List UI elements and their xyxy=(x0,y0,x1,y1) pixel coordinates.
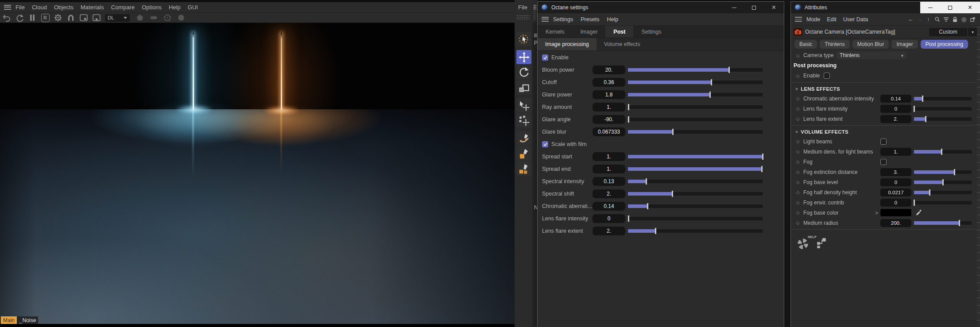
slider[interactable] xyxy=(914,181,972,184)
value-field[interactable]: 0.36 xyxy=(593,78,625,87)
viewport-tab-noise[interactable]: Noise xyxy=(17,316,38,324)
menu-item-cloud[interactable]: Cloud xyxy=(32,4,47,11)
filter-icon[interactable] xyxy=(943,17,949,22)
render-view-icon[interactable]: R xyxy=(41,14,50,22)
value-field[interactable]: 2. xyxy=(880,115,911,123)
slider-handle[interactable] xyxy=(922,96,923,102)
octane-menu-help[interactable]: Help xyxy=(607,16,619,23)
slider-handle[interactable] xyxy=(628,116,629,123)
menu-item-help[interactable]: Help xyxy=(169,4,181,11)
octane-tab-kernels[interactable]: Kernels xyxy=(538,26,572,38)
value-field[interactable]: 0.14 xyxy=(880,95,911,103)
slider-handle[interactable] xyxy=(762,154,763,160)
palette-drag-handle[interactable] xyxy=(533,4,537,20)
value-field[interactable]: 1. xyxy=(880,148,911,156)
slider-handle[interactable] xyxy=(914,200,915,206)
hamburger-menu-icon[interactable] xyxy=(534,34,538,37)
checkbox[interactable] xyxy=(880,138,887,145)
value-field[interactable]: 0.067333 xyxy=(593,127,625,136)
value-field[interactable]: 0 xyxy=(593,214,625,223)
value-field[interactable]: 20. xyxy=(593,65,625,74)
value-field[interactable]: 0.14 xyxy=(593,202,625,211)
new-window-icon[interactable] xyxy=(970,16,976,23)
slider-handle[interactable] xyxy=(942,179,944,185)
slider-handle[interactable] xyxy=(954,169,955,175)
expand-arrow-icon[interactable] xyxy=(875,210,878,215)
octane-logo-icon[interactable]: HELP xyxy=(796,237,810,250)
display-mode-dropdown[interactable]: DL xyxy=(105,14,130,22)
minimize-button[interactable] xyxy=(724,2,744,13)
value-field[interactable]: 1. xyxy=(593,165,625,173)
dock-menu-file[interactable]: File xyxy=(518,4,527,11)
rotate-tool[interactable] xyxy=(516,65,531,79)
attributes-menu-edit[interactable]: Edit xyxy=(827,16,837,23)
minimize-button[interactable] xyxy=(920,2,940,13)
octane-tab-settings[interactable]: Settings xyxy=(633,26,669,38)
section-header-volume-effects[interactable]: VOLUME EFFECTS xyxy=(791,127,980,136)
value-field[interactable]: 0 xyxy=(880,105,911,113)
octane-menu-presets[interactable]: Presets xyxy=(581,16,599,23)
attributes-titlebar[interactable]: Attributes xyxy=(791,2,980,13)
points-move-tool[interactable] xyxy=(516,113,531,127)
close-button[interactable] xyxy=(764,2,784,13)
slider-handle[interactable] xyxy=(728,67,730,73)
menu-item-gui[interactable]: GUI xyxy=(188,4,198,11)
slider-handle[interactable] xyxy=(628,104,629,110)
checkbox[interactable] xyxy=(542,54,548,61)
slider[interactable] xyxy=(628,155,763,158)
spline-pen-tool[interactable] xyxy=(516,131,531,146)
attr-tab-imager[interactable]: Imager xyxy=(891,40,918,49)
slider[interactable] xyxy=(628,167,763,171)
slider[interactable] xyxy=(914,221,972,225)
menu-item-materials[interactable]: Materials xyxy=(81,4,104,11)
attributes-menu-user-data[interactable]: User Data xyxy=(843,16,868,23)
slider[interactable] xyxy=(914,191,972,194)
render-region-icon[interactable] xyxy=(79,13,89,22)
selection-move-tool[interactable] xyxy=(516,98,531,112)
slider-handle[interactable] xyxy=(709,92,711,98)
menu-item-objects[interactable]: Objects xyxy=(54,4,74,11)
slider[interactable] xyxy=(628,118,763,121)
menu-item-compare[interactable]: Compare xyxy=(111,4,135,11)
slider[interactable] xyxy=(628,204,763,208)
value-field[interactable]: 3. xyxy=(880,168,911,176)
slider[interactable] xyxy=(628,229,763,233)
live-selection-tool[interactable] xyxy=(516,32,531,46)
value-field[interactable]: 0 xyxy=(880,178,911,186)
target-icon[interactable]: ◎ xyxy=(961,16,967,23)
chevron-down-icon[interactable] xyxy=(968,28,977,36)
value-field[interactable]: 1. xyxy=(593,152,625,161)
value-field[interactable]: 0.0217 xyxy=(880,189,911,196)
preset-dropdown[interactable]: Custom xyxy=(929,28,977,36)
redo-icon[interactable] xyxy=(15,13,24,22)
slider[interactable] xyxy=(914,97,972,100)
menu-item-file[interactable]: File xyxy=(15,4,25,11)
slider-handle[interactable] xyxy=(672,191,673,197)
attr-tab-motion-blur[interactable]: Motion Blur xyxy=(852,40,889,49)
checkbox[interactable] xyxy=(880,159,887,165)
value-field[interactable]: 1.8 xyxy=(593,90,625,99)
slider[interactable] xyxy=(628,217,763,220)
scale-tool[interactable] xyxy=(516,80,531,94)
slider[interactable] xyxy=(628,93,763,96)
volume-pen-tool[interactable] xyxy=(516,162,531,176)
octane-titlebar[interactable]: Octane settings xyxy=(538,2,784,13)
menu-item-options[interactable]: Options xyxy=(142,4,162,11)
slider-handle[interactable] xyxy=(941,149,942,155)
checkbox[interactable] xyxy=(824,73,830,79)
slider-handle[interactable] xyxy=(959,220,960,226)
octane-tab-post[interactable]: Post xyxy=(605,26,633,38)
slider[interactable] xyxy=(914,107,972,111)
value-field[interactable]: 0.13 xyxy=(593,177,625,186)
slider[interactable] xyxy=(628,192,763,196)
slider-handle[interactable] xyxy=(761,166,763,172)
eyedropper-icon[interactable] xyxy=(915,209,922,216)
slider-handle[interactable] xyxy=(925,116,926,122)
palette-drag-handle[interactable] xyxy=(516,15,530,20)
attributes-menu-mode[interactable]: Mode xyxy=(806,16,820,23)
hamburger-menu-icon[interactable] xyxy=(542,17,549,22)
slider-handle[interactable] xyxy=(647,203,648,209)
octane-menu-settings[interactable]: Settings xyxy=(553,16,573,23)
panel-edge-handle[interactable] xyxy=(977,27,980,327)
octane-tab-imager[interactable]: Imager xyxy=(572,26,605,38)
